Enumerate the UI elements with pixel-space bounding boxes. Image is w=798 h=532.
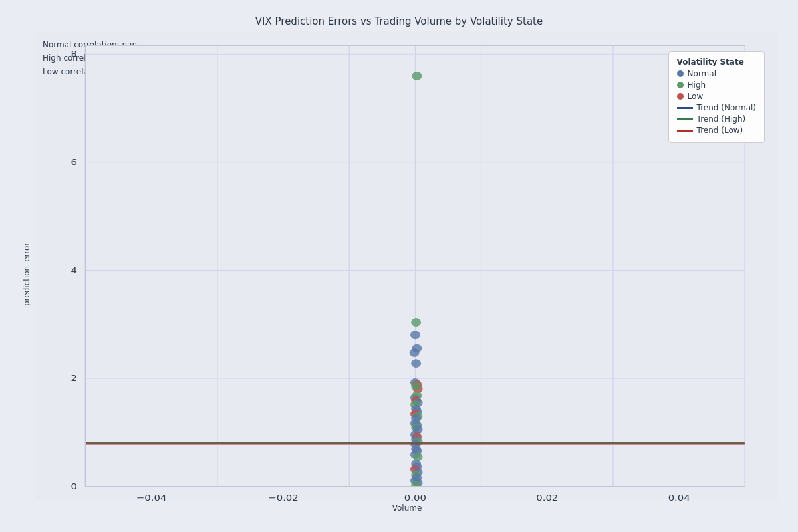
svg-text:0: 0 [71,481,77,491]
legend-item-trend-high: Trend (High) [677,114,756,124]
legend-low-label: Low [688,92,704,101]
svg-text:8: 8 [71,49,77,59]
plot-area-wrapper: Normal correlation: nan High correlation… [36,31,778,517]
svg-text:0.02: 0.02 [536,493,558,501]
legend-item-normal: Normal [677,69,756,78]
chart-container: VIX Prediction Errors vs Trading Volume … [0,0,798,532]
svg-text:0.00: 0.00 [404,493,426,501]
legend-high-label: High [688,80,706,90]
svg-point-33 [411,382,421,390]
normal-dot-icon [677,70,684,77]
svg-point-65 [411,481,421,489]
trend-low-line-icon [677,130,693,132]
svg-point-56 [413,452,423,461]
legend: Volatility State Normal High Low [668,51,765,143]
legend-item-low: Low [677,92,756,101]
svg-text:−0.02: −0.02 [268,493,299,501]
svg-text:0.04: 0.04 [668,493,690,501]
high-dot-icon [677,82,684,88]
legend-trend-normal-label: Trend (Normal) [697,103,756,112]
svg-point-26 [410,331,420,339]
svg-point-29 [411,359,421,368]
svg-point-24 [412,72,422,80]
x-axis-label: Volume [36,503,778,517]
legend-item-trend-normal: Trend (Normal) [677,103,756,112]
svg-point-28 [410,348,420,357]
legend-trend-high-label: Trend (High) [697,114,746,124]
legend-normal-label: Normal [688,69,716,78]
low-dot-icon [677,93,684,100]
legend-trend-low-label: Trend (Low) [697,126,743,135]
plot-svg: 0 2 4 6 8 −0.04 −0.02 0.00 [36,31,778,501]
y-axis-label: prediction_error [20,31,33,517]
svg-text:6: 6 [71,157,77,167]
trend-high-line-icon [677,118,693,120]
chart-inner: prediction_error Normal correlation: nan… [20,31,778,517]
legend-item-trend-low: Trend (Low) [677,126,756,135]
svg-text:−0.04: −0.04 [136,493,167,501]
svg-point-25 [411,318,421,327]
svg-text:4: 4 [71,265,78,275]
chart-title: VIX Prediction Errors vs Trading Volume … [255,15,543,27]
svg-text:2: 2 [71,373,77,383]
trend-normal-line-icon [677,107,693,109]
legend-title: Volatility State [677,57,756,66]
legend-item-high: High [677,80,756,90]
plot-area: Normal correlation: nan High correlation… [36,31,778,501]
